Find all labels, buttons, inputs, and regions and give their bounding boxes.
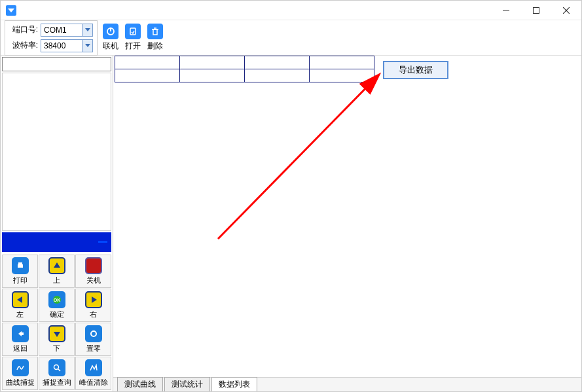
- arrow-right-icon: [85, 291, 102, 308]
- baud-value: 38400: [41, 41, 82, 50]
- peak-icon: [85, 359, 102, 376]
- zero-icon: [85, 325, 102, 342]
- peak-clear-button[interactable]: 峰值清除: [75, 357, 111, 390]
- chevron-down-icon: [82, 40, 92, 52]
- maximize-button[interactable]: [521, 1, 551, 20]
- ok-button[interactable]: OK确定: [39, 289, 75, 322]
- zero-button[interactable]: 置零: [75, 323, 111, 356]
- back-button[interactable]: 返回: [2, 323, 38, 356]
- baud-label: 波特率:: [9, 40, 38, 51]
- open-label: 打开: [125, 41, 141, 52]
- app-icon: [5, 4, 18, 17]
- svg-point-15: [91, 331, 96, 336]
- port-combo[interactable]: COM1: [41, 24, 93, 37]
- table-row: [115, 69, 374, 82]
- close-button[interactable]: [551, 1, 581, 20]
- search-icon: [48, 359, 65, 376]
- minimize-button[interactable]: [491, 1, 521, 20]
- svg-text:OK: OK: [53, 298, 60, 302]
- file-icon: [125, 24, 141, 39]
- connect-label: 联机: [103, 41, 118, 52]
- printer-icon: [12, 257, 29, 274]
- svg-line-17: [58, 369, 60, 371]
- port-label: 端口号:: [9, 24, 38, 35]
- side-list[interactable]: [2, 73, 111, 231]
- power-icon: [103, 24, 118, 39]
- svg-point-16: [54, 365, 58, 370]
- table-area: 导出数据: [113, 56, 581, 377]
- data-table: [115, 56, 374, 82]
- chevron-down-icon: [82, 24, 92, 36]
- svg-line-18: [218, 75, 378, 239]
- trash-icon: [147, 24, 163, 39]
- table-row: [115, 56, 374, 69]
- control-pad: 打印 上 关机 左 OK确定 右 返回 下 置零 曲线捕捉 捕捉查询 峰值清除: [1, 253, 113, 391]
- svg-rect-8: [153, 29, 157, 35]
- up-button[interactable]: 上: [39, 255, 75, 288]
- export-data-button[interactable]: 导出数据: [383, 61, 448, 79]
- arrow-up-icon: [48, 257, 65, 274]
- svg-rect-11: [18, 264, 23, 268]
- stop-icon: [85, 257, 102, 274]
- ok-icon: OK: [48, 291, 65, 308]
- app-window: FNF 文件 403 KB 端口号: COM1 波特率:: [0, 0, 582, 392]
- body-area: 打印 上 关机 左 OK确定 右 返回 下 置零 曲线捕捉 捕捉查询 峰值清除: [1, 56, 581, 391]
- open-button[interactable]: 打开: [125, 24, 141, 52]
- tab-stats[interactable]: 测试统计: [164, 377, 210, 391]
- left-button[interactable]: 左: [2, 289, 38, 322]
- annotation-arrow: [113, 56, 572, 363]
- connection-settings: 端口号: COM1 波特率: 38400: [5, 20, 98, 56]
- arrow-left-icon: [12, 291, 29, 308]
- baud-combo[interactable]: 38400: [41, 39, 93, 52]
- curve-icon: [12, 359, 29, 376]
- tab-data-list[interactable]: 数据列表: [211, 377, 257, 391]
- status-bar: [2, 232, 111, 252]
- svg-rect-2: [534, 7, 539, 13]
- capture-query-button[interactable]: 捕捉查询: [39, 357, 75, 390]
- main-area: 导出数据 测试曲线 测试统计 数据列表: [113, 56, 581, 391]
- tab-bar: 测试曲线 测试统计 数据列表: [113, 377, 581, 391]
- arrow-down-icon: [48, 325, 65, 342]
- tab-curve[interactable]: 测试曲线: [117, 377, 163, 391]
- back-icon: [12, 325, 29, 342]
- shutdown-button[interactable]: 关机: [75, 255, 111, 288]
- curve-capture-button[interactable]: 曲线捕捉: [2, 357, 38, 390]
- connect-button[interactable]: 联机: [103, 24, 118, 52]
- side-search-input[interactable]: [2, 57, 111, 71]
- down-button[interactable]: 下: [39, 323, 75, 356]
- titlebar: [1, 1, 581, 20]
- right-button[interactable]: 右: [75, 289, 111, 322]
- toolbar-buttons: 联机 打开 删除: [103, 24, 163, 52]
- svg-rect-12: [18, 262, 22, 264]
- port-value: COM1: [41, 26, 82, 35]
- sidebar: 打印 上 关机 左 OK确定 右 返回 下 置零 曲线捕捉 捕捉查询 峰值清除: [1, 56, 113, 391]
- delete-label: 删除: [147, 41, 163, 52]
- toolbar: 端口号: COM1 波特率: 38400 联机 打开: [1, 20, 581, 56]
- delete-button[interactable]: 删除: [147, 24, 163, 52]
- print-button[interactable]: 打印: [2, 255, 38, 288]
